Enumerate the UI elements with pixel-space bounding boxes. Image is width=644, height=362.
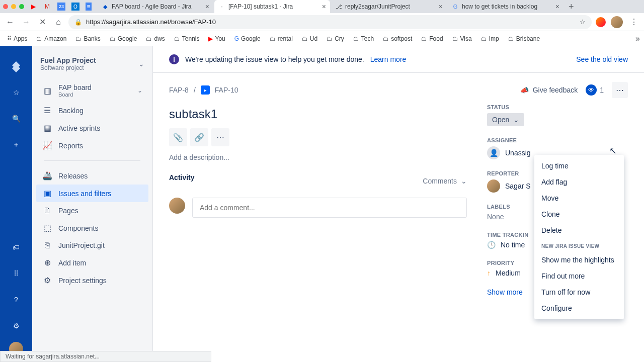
old-view-link[interactable]: See the old view bbox=[576, 55, 628, 63]
attach-button[interactable]: 📎 bbox=[169, 128, 187, 146]
menu-item-turn-off[interactable]: Turn off for now bbox=[534, 284, 624, 300]
star-nav-icon[interactable]: ☆ bbox=[6, 82, 26, 103]
gmail-icon[interactable]: M bbox=[43, 3, 51, 11]
jira-favicon-icon: ◆ bbox=[102, 3, 109, 10]
project-sidebar: Fuel App Project Software project ⌄ ▥ FA… bbox=[32, 46, 153, 362]
bookmark-folder[interactable]: 🗀softpost bbox=[380, 34, 415, 43]
sidebar-item-issues[interactable]: ▣Issues and filters bbox=[36, 185, 148, 202]
sidebar-item-reports[interactable]: 📈Reports bbox=[36, 137, 148, 154]
close-tab-icon[interactable]: × bbox=[439, 3, 443, 11]
status-dropdown[interactable]: Open ⌄ bbox=[487, 113, 524, 126]
bookmark-link[interactable]: ▶You bbox=[205, 34, 228, 43]
menu-item-delete[interactable]: Delete bbox=[534, 222, 624, 238]
close-tab-icon[interactable]: × bbox=[205, 3, 209, 11]
give-feedback-button[interactable]: 📣 Give feedback bbox=[520, 86, 578, 94]
watchers-button[interactable]: 👁 1 bbox=[586, 84, 604, 96]
menu-item-find-out-more[interactable]: Find out more bbox=[534, 268, 624, 284]
close-tab-icon[interactable]: × bbox=[555, 3, 559, 11]
bookmark-folder[interactable]: 🗀Cry bbox=[324, 34, 347, 43]
assignee-label: ASSIGNEE bbox=[487, 137, 628, 143]
search-nav-icon[interactable]: 🔍 bbox=[6, 109, 26, 129]
project-header[interactable]: Fuel App Project Software project ⌄ bbox=[32, 56, 152, 79]
chevron-down-icon: ⌄ bbox=[138, 60, 144, 68]
bookmark-folder[interactable]: 🗀Ud bbox=[299, 34, 320, 43]
parent-issue-link[interactable]: FAP-8 bbox=[169, 86, 189, 94]
tag-nav-icon[interactable]: 🏷 bbox=[6, 237, 26, 257]
sidebar-item-junit[interactable]: ⎘JunitProject.git bbox=[36, 237, 148, 254]
tab-title: FAP board - Agile Board - Jira bbox=[112, 3, 202, 10]
browser-tab-2[interactable]: ⎇ reply2sagar/JunitProject × bbox=[331, 0, 447, 13]
loading-favicon-icon: · bbox=[218, 3, 225, 10]
chevron-down-icon: ⌄ bbox=[137, 87, 142, 94]
apps-shortcut[interactable]: ⠿Apps bbox=[4, 34, 30, 43]
app-switcher-icon[interactable]: ⠿ bbox=[6, 263, 26, 284]
forward-button[interactable]: → bbox=[20, 16, 32, 28]
minimize-window-icon[interactable] bbox=[11, 4, 16, 9]
bookmark-folder[interactable]: 🗀Banks bbox=[72, 34, 103, 43]
current-issue-link[interactable]: FAP-10 bbox=[215, 86, 238, 94]
menu-item-add-flag[interactable]: Add flag bbox=[534, 174, 624, 190]
back-button[interactable]: ← bbox=[4, 16, 16, 28]
more-tools-button[interactable]: ⋯ bbox=[211, 128, 229, 146]
sidebar-item-components[interactable]: ⬚Components bbox=[36, 219, 148, 237]
bookmark-link[interactable]: GGoogle bbox=[231, 34, 264, 43]
bookmark-folder[interactable]: 🗀Food bbox=[418, 34, 446, 43]
issue-title[interactable]: subtask1 bbox=[169, 107, 467, 121]
docs-icon[interactable]: ≡ bbox=[86, 3, 92, 11]
bookmark-star-icon[interactable]: ☆ bbox=[580, 18, 586, 26]
settings-nav-icon[interactable]: ⚙ bbox=[6, 316, 26, 336]
activity-filter-dropdown[interactable]: Comments ⌄ bbox=[423, 177, 467, 185]
outlook-icon[interactable]: O bbox=[71, 3, 79, 11]
extension-icon[interactable] bbox=[596, 17, 606, 27]
bookmark-folder[interactable]: 🗀Brisbane bbox=[505, 34, 543, 43]
sidebar-item-sprints[interactable]: ▦Active sprints bbox=[36, 119, 148, 137]
browser-tab-0[interactable]: ◆ FAP board - Agile Board - Jira × bbox=[98, 0, 213, 13]
bookmark-folder[interactable]: 🗀dws bbox=[143, 34, 168, 43]
stop-button[interactable]: ✕ bbox=[36, 16, 48, 28]
link-button[interactable]: 🔗 bbox=[190, 128, 208, 146]
add-icon: ⊕ bbox=[42, 258, 52, 267]
menu-item-highlights[interactable]: Show me the highlights bbox=[534, 252, 624, 268]
browser-tab-1[interactable]: · [FAP-10] subtask1 - Jira × bbox=[214, 0, 330, 13]
url-input[interactable]: 🔒 https://sagarjira.atlassian.net/browse… bbox=[68, 15, 592, 29]
sidebar-item-backlog[interactable]: ☰Backlog bbox=[36, 102, 148, 119]
sidebar-item-board[interactable]: ▥ FAP board Board ⌄ bbox=[36, 79, 148, 102]
youtube-icon[interactable]: ▶ bbox=[29, 3, 37, 11]
bookmark-folder[interactable]: 🗀rental bbox=[267, 34, 296, 43]
gear-icon: ⚙ bbox=[42, 276, 52, 285]
menu-item-log-time[interactable]: Log time bbox=[534, 158, 624, 174]
home-button[interactable]: ⌂ bbox=[52, 16, 64, 28]
bookmark-folder[interactable]: 🗀Imp bbox=[478, 34, 502, 43]
bookmark-folder[interactable]: 🗀Google bbox=[107, 34, 140, 43]
sidebar-item-releases[interactable]: 🚢Releases bbox=[36, 167, 148, 185]
close-tab-icon[interactable]: × bbox=[322, 3, 326, 11]
chrome-menu-icon[interactable]: ⋮ bbox=[628, 16, 640, 28]
lock-icon: 🔒 bbox=[74, 19, 82, 26]
chrome-profile-avatar[interactable] bbox=[611, 16, 623, 28]
bookmark-folder[interactable]: 🗀Tennis bbox=[171, 34, 203, 43]
browser-tab-3[interactable]: G how to get tickets in backlog × bbox=[448, 0, 564, 13]
calendar-icon[interactable]: 23 bbox=[57, 3, 65, 11]
menu-item-configure[interactable]: Configure bbox=[534, 300, 624, 316]
new-tab-button[interactable]: + bbox=[565, 2, 578, 12]
pinned-tabs: ▶ M 23 O ≡ bbox=[29, 3, 92, 11]
sidebar-item-add[interactable]: ⊕Add item bbox=[36, 254, 148, 272]
bookmark-folder[interactable]: 🗀Amazon bbox=[33, 34, 69, 43]
more-actions-button[interactable]: ⋯ bbox=[612, 82, 628, 98]
maximize-window-icon[interactable] bbox=[19, 4, 24, 9]
sidebar-item-settings[interactable]: ⚙Project settings bbox=[36, 272, 148, 289]
sidebar-item-pages[interactable]: 🗎Pages bbox=[36, 202, 148, 219]
jira-logo-icon[interactable] bbox=[6, 56, 26, 76]
comment-input[interactable] bbox=[192, 198, 467, 218]
breadcrumb: FAP-8 / ▸ FAP-10 bbox=[169, 85, 238, 95]
description-placeholder[interactable]: Add a description... bbox=[169, 153, 467, 161]
close-window-icon[interactable] bbox=[3, 4, 8, 9]
help-nav-icon[interactable]: ? bbox=[6, 290, 26, 310]
create-nav-icon[interactable]: ＋ bbox=[6, 135, 26, 155]
learn-more-link[interactable]: Learn more bbox=[370, 55, 407, 63]
menu-item-clone[interactable]: Clone bbox=[534, 206, 624, 222]
menu-item-move[interactable]: Move bbox=[534, 190, 624, 206]
bookmarks-overflow-icon[interactable]: » bbox=[635, 34, 640, 43]
bookmark-folder[interactable]: 🗀Visa bbox=[449, 34, 475, 43]
bookmark-folder[interactable]: 🗀Tech bbox=[350, 34, 377, 43]
